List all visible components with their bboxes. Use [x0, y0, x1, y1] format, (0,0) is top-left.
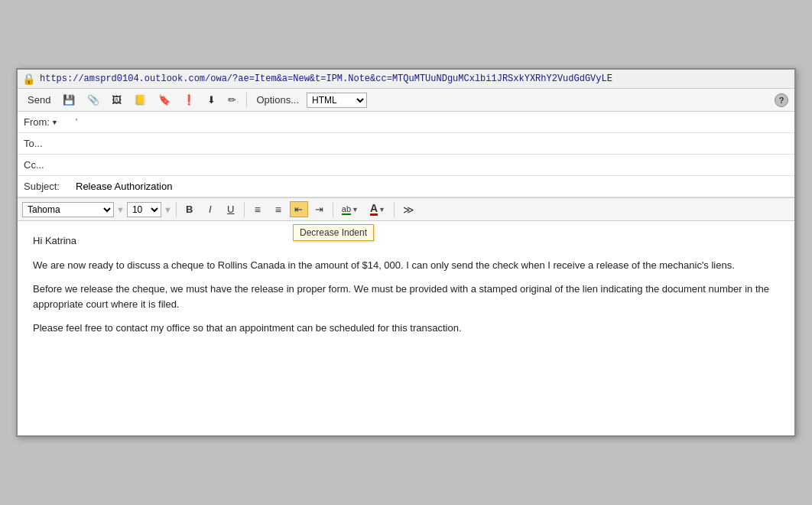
font-color-button[interactable]: A ▼: [365, 200, 390, 218]
format-toolbar: Tahoma ▼ 10 ▼ B I U ≡ ≡ ⇤ ⇥ ab ▼: [18, 198, 794, 221]
underline-button[interactable]: U: [222, 201, 240, 217]
bold-button[interactable]: B: [180, 201, 199, 217]
url-text: https://amsprd0104.outlook.com/owa/?ae=I…: [40, 73, 612, 84]
font-size-divider: ▼: [116, 205, 125, 214]
from-chevron-icon: ▼: [51, 119, 58, 126]
flag-button[interactable]: ❗: [179, 92, 199, 108]
from-label: From:: [24, 116, 50, 128]
decrease-indent-button[interactable]: ⇤: [290, 201, 308, 217]
expand-button[interactable]: ≫: [398, 201, 419, 218]
from-value: ': [71, 114, 794, 131]
bullet-list-button[interactable]: ≡: [248, 201, 267, 218]
greeting: Hi Katrina: [33, 233, 779, 249]
font-color-icon: A ▼: [370, 203, 385, 216]
increase-indent-icon: ⇥: [315, 204, 323, 215]
fmt-divider-1: [176, 202, 177, 217]
signature-button[interactable]: ✏: [224, 92, 240, 108]
priority-button[interactable]: ⬇: [203, 92, 219, 108]
expand-icon: ≫: [403, 204, 414, 216]
numbered-list-button[interactable]: ≡: [269, 201, 287, 218]
subject-label: Subject:: [18, 178, 71, 195]
font-select[interactable]: Tahoma: [22, 202, 114, 217]
lock-icon: 🔒: [22, 73, 35, 85]
from-dropdown[interactable]: From: ▼: [18, 113, 71, 131]
paragraph-2: Before we release the cheque, we must ha…: [33, 282, 779, 311]
attach-button[interactable]: 📎: [83, 92, 103, 108]
send-button[interactable]: Send: [24, 92, 54, 108]
fmt-divider-2: [244, 202, 245, 217]
email-window: 🔒 https://amsprd0104.outlook.com/owa/?ae…: [16, 68, 796, 437]
insert-picture-button[interactable]: 🖼: [108, 92, 125, 108]
main-toolbar: Send 💾 📎 🖼 📒 🔖 ❗ ⬇ ✏ Options... HTML Pla…: [18, 89, 794, 112]
toolbar-divider: [246, 93, 247, 108]
address-bar: 🔒 https://amsprd0104.outlook.com/owa/?ae…: [18, 70, 794, 89]
help-button[interactable]: ?: [775, 93, 788, 107]
to-row: To...: [18, 133, 794, 155]
subject-input[interactable]: [71, 178, 794, 195]
decrease-indent-tooltip: Decrease Indent: [293, 224, 374, 241]
decrease-indent-icon: ⇤: [294, 204, 303, 215]
size-chevron: ▼: [164, 205, 172, 214]
size-select[interactable]: 10: [127, 202, 161, 217]
header-fields: From: ▼ ' To... Cc... Subject:: [18, 112, 794, 198]
italic-button[interactable]: I: [201, 201, 219, 217]
to-label[interactable]: To...: [18, 135, 71, 152]
from-row: From: ▼ ': [18, 112, 794, 133]
check-names-button[interactable]: 🔖: [154, 92, 174, 108]
numbered-list-icon: ≡: [275, 204, 281, 216]
subject-row: Subject:: [18, 176, 794, 197]
fmt-divider-4: [394, 202, 395, 217]
address-book-button[interactable]: 📒: [130, 92, 150, 108]
spell-check-button[interactable]: ab ▼: [337, 202, 363, 217]
fmt-divider-3: [333, 202, 333, 217]
bullet-list-icon: ≡: [255, 204, 261, 216]
cc-row: Cc...: [18, 155, 794, 176]
email-body[interactable]: Hi Katrina We are now ready to discuss a…: [18, 221, 794, 435]
spell-check-icon: ab ▼: [342, 204, 359, 215]
cc-input[interactable]: [71, 156, 794, 174]
increase-indent-button[interactable]: ⇥: [310, 201, 329, 217]
format-select[interactable]: HTML Plain Text Rich Text: [307, 93, 367, 108]
tooltip-text: Decrease Indent: [300, 227, 367, 238]
options-button[interactable]: Options...: [253, 93, 302, 107]
paragraph-1: We are now ready to discuss a cheque to …: [33, 258, 779, 273]
to-input[interactable]: [71, 135, 794, 152]
save-button[interactable]: 💾: [59, 92, 79, 108]
cc-label[interactable]: Cc...: [18, 156, 71, 174]
paragraph-3: Please feel free to contact my office so…: [33, 321, 779, 336]
